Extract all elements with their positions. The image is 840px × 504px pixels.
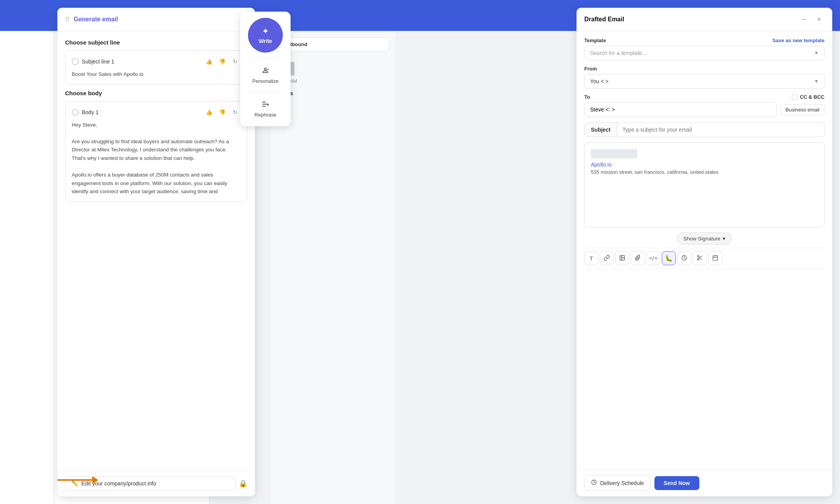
- minimize-button[interactable]: −: [798, 14, 809, 25]
- calendar-button[interactable]: [708, 251, 722, 265]
- code-icon: </>: [649, 255, 658, 261]
- bars-visual: [277, 56, 389, 75]
- arrow-shaft: [57, 479, 92, 481]
- to-input[interactable]: Steve <: >: [584, 102, 777, 117]
- image-button[interactable]: [615, 251, 629, 265]
- body-radio[interactable]: [72, 109, 79, 116]
- text-format-button[interactable]: T: [584, 251, 598, 265]
- personalize-label: Personalize: [252, 78, 279, 84]
- show-signature-label: Show Signature: [683, 236, 720, 242]
- svg-point-2: [621, 256, 622, 257]
- svg-point-0: [264, 68, 267, 70]
- template-label-row: Template Save as new template: [584, 38, 825, 43]
- emoji-icon: 🐛: [665, 255, 673, 262]
- subject-label: Subject: [585, 123, 617, 137]
- attach-button[interactable]: [631, 251, 645, 265]
- fields-label: Fields: [277, 90, 389, 96]
- template-row: Template Save as new template Search for…: [584, 38, 825, 60]
- from-value: You < >: [590, 78, 609, 84]
- write-label: Write: [259, 38, 272, 44]
- body-option-actions: 👍 👎 ↻: [203, 107, 241, 118]
- drafted-email-title: Drafted Email: [584, 16, 624, 23]
- body-option-1-card: Body 1 👍 👎 ↻ Hey Steve, Are you struggli…: [65, 101, 247, 202]
- calendar-icon: [712, 255, 718, 262]
- body-thumbs-down-button[interactable]: 👎: [217, 107, 227, 118]
- rephrase-item[interactable]: Rephrase: [246, 98, 284, 120]
- to-name: Steve: [590, 106, 604, 113]
- company-link[interactable]: Apollo.io: [591, 161, 612, 168]
- body-section: Choose body Body 1 👍 👎 ↻ Hey Steve, Are: [65, 90, 247, 202]
- to-label-row: To CC & BCC: [584, 94, 825, 100]
- save-template-link[interactable]: Save as new template: [773, 38, 825, 43]
- timer-button[interactable]: [677, 251, 691, 265]
- to-open-bracket: <:: [606, 106, 610, 113]
- body-thumbs-up-button[interactable]: 👍: [203, 107, 214, 118]
- rephrase-icon: [261, 100, 270, 110]
- scissors-button[interactable]: [693, 251, 707, 265]
- svg-rect-9: [713, 255, 718, 260]
- template-label: Template: [584, 38, 606, 43]
- to-close-bracket: >: [612, 106, 615, 113]
- svg-line-8: [699, 257, 700, 258]
- subject-option-1-card: Subject line 1 👍 👎 ↻ Boost Your Sales wi…: [65, 50, 247, 84]
- body-regenerate-button[interactable]: ↻: [230, 107, 241, 118]
- subject-option-1-text: Boost Your Sales with Apollo.io: [72, 70, 241, 79]
- company-address: 535 mission street, san francisco, calif…: [591, 169, 818, 175]
- to-input-row: Steve <: > Business email: [584, 102, 825, 117]
- floating-actions-panel: ✦ Write Personalize Rephrase: [240, 12, 291, 126]
- company-header-image: [591, 149, 637, 158]
- emoji-button[interactable]: 🐛: [662, 251, 676, 265]
- write-star-icon: ✦: [262, 26, 269, 36]
- cc-checkbox[interactable]: [792, 94, 797, 100]
- body-section-title: Choose body: [65, 90, 247, 96]
- arrow-head: [92, 476, 98, 484]
- generate-email-panel: ⠿ Generate email × Choose subject line S…: [57, 8, 255, 496]
- subject-option-1-label: Subject line 1: [82, 58, 114, 65]
- drafted-header-actions: − ×: [798, 14, 825, 25]
- subject-row: Subject: [584, 122, 825, 137]
- send-now-button[interactable]: Send Now: [654, 476, 699, 490]
- subject-radio-label[interactable]: Subject line 1: [72, 58, 114, 65]
- delivery-schedule-label: Delivery Schedule: [600, 480, 644, 486]
- subject-input[interactable]: [617, 123, 824, 137]
- thumbs-up-button[interactable]: 👍: [203, 56, 214, 67]
- subject-section-title: Choose subject line: [65, 39, 247, 46]
- attach-icon: [635, 255, 641, 262]
- drag-handle-icon[interactable]: ⠿: [65, 16, 70, 23]
- show-signature-button[interactable]: Show Signature ▾: [677, 232, 732, 245]
- delivery-schedule-button[interactable]: Delivery Schedule: [584, 475, 651, 491]
- panel-title: Generate email: [74, 16, 118, 23]
- template-dropdown-arrow: ▼: [814, 50, 819, 56]
- drafted-email-body: Template Save as new template Search for…: [577, 31, 832, 469]
- timestamp: 08:29 AM: [277, 79, 389, 84]
- link-button[interactable]: [600, 251, 614, 265]
- template-dropdown[interactable]: Search for a template... ▼: [584, 46, 825, 60]
- outbound-badge: Outbound: [277, 37, 389, 51]
- business-email-button[interactable]: Business email: [781, 104, 825, 115]
- from-dropdown[interactable]: You < > ▼: [584, 74, 825, 89]
- from-dropdown-arrow: ▼: [814, 79, 819, 84]
- thumbs-down-button[interactable]: 👎: [217, 56, 227, 67]
- code-button[interactable]: </>: [646, 251, 660, 265]
- subject-option-actions: 👍 👎 ↻: [203, 56, 241, 67]
- subject-section: Choose subject line Subject line 1 👍 👎 ↻…: [65, 39, 247, 84]
- subject-radio[interactable]: [72, 58, 79, 65]
- subject-input-row: Subject: [584, 122, 825, 137]
- personalize-item[interactable]: Personalize: [246, 64, 284, 86]
- body-radio-label[interactable]: Body 1: [72, 109, 99, 116]
- svg-point-5: [697, 259, 699, 260]
- scissors-icon: [697, 255, 703, 262]
- svg-point-4: [697, 255, 699, 257]
- cc-bcc-area: CC & BCC: [792, 94, 825, 100]
- drafted-email-header: Drafted Email − ×: [577, 8, 832, 31]
- svg-line-7: [701, 258, 702, 260]
- drafted-email-panel: Drafted Email − × Template Save as new t…: [577, 8, 832, 496]
- body-option-1-label: Body 1: [82, 109, 99, 115]
- email-body-area[interactable]: Apollo.io 535 mission street, san franci…: [584, 142, 825, 228]
- to-row: To CC & BCC Steve <: > Business email: [584, 94, 825, 117]
- close-drafted-button[interactable]: ×: [814, 14, 825, 25]
- personalize-icon: [261, 66, 270, 77]
- write-button[interactable]: ✦ Write: [248, 18, 283, 53]
- regenerate-button[interactable]: ↻: [230, 56, 241, 67]
- from-row: From You < > ▼: [584, 66, 825, 89]
